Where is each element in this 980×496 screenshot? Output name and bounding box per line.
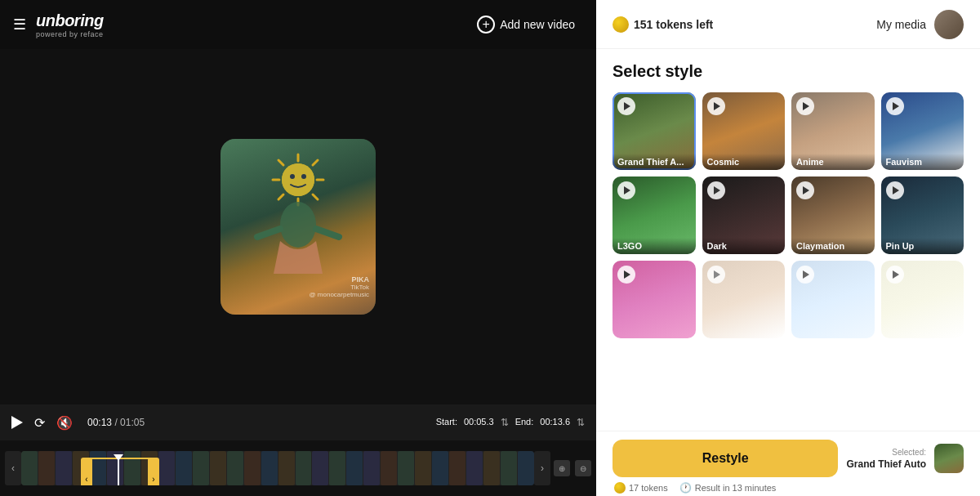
frame-thumb (210, 451, 226, 485)
style-card-row3a[interactable] (612, 261, 696, 338)
trim-handle-left[interactable]: ‹ (81, 458, 92, 485)
style-play-icon (617, 181, 635, 199)
svg-point-12 (280, 202, 316, 248)
style-play-icon (886, 266, 904, 284)
time-current: 00:13 (87, 417, 112, 428)
style-card-row3c[interactable] (791, 261, 875, 338)
style-card-claymation[interactable]: Claymation (791, 177, 875, 254)
style-card-dark[interactable]: Dark (702, 177, 786, 254)
frame-thumb (244, 451, 261, 485)
style-grand-thief-label: Grand Thief A... (612, 154, 696, 170)
style-play-icon (796, 181, 814, 199)
style-play-icon (886, 97, 904, 115)
style-play-icon (886, 181, 904, 199)
frame-thumb (278, 451, 295, 485)
style-card-pinup[interactable]: Pin Up (881, 177, 964, 254)
style-card-row3b[interactable] (702, 261, 786, 338)
watermark: PIKA TikTok @ monocarpetmusic (310, 275, 369, 298)
footer-meta: 17 tokens 🕐 Result in 13 minutes (612, 482, 964, 494)
timeline-tools: ⊕ ⊖ (554, 460, 591, 476)
end-label: End: (515, 417, 534, 428)
start-adjust-button[interactable]: ⇅ (501, 417, 509, 428)
frame-thumb (227, 451, 243, 485)
time-display: 00:13 / 01:05 (87, 417, 145, 428)
time-text: Result in 13 minutes (695, 483, 777, 493)
right-header: 151 tokens left My media (596, 0, 980, 49)
style-fauvism-label: Fauvism (881, 154, 964, 170)
selected-style-thumbnail (934, 444, 964, 473)
style-card-cosmic[interactable]: Cosmic (702, 92, 786, 170)
timeline: ‹ (0, 440, 596, 496)
style-pinup-label: Pin Up (881, 238, 964, 254)
volume-button[interactable]: 🔇 (56, 415, 73, 431)
style-card-row3d[interactable] (881, 261, 964, 338)
time-estimate: 🕐 Result in 13 minutes (679, 482, 777, 494)
menu-button[interactable]: ☰ (13, 16, 26, 34)
time-total: 01:05 (120, 417, 145, 428)
end-adjust-button[interactable]: ⇅ (577, 417, 585, 428)
my-media-section: My media (876, 10, 964, 39)
frame-thumb (158, 451, 175, 485)
right-arrow-icon: › (152, 475, 154, 484)
zoom-in-icon[interactable]: ⊕ (554, 460, 570, 476)
frame-thumb (193, 451, 209, 485)
my-media-button[interactable]: My media (876, 18, 926, 31)
volume-icon: 🔇 (56, 415, 73, 431)
left-panel: ☰ unboring powered by reface + Add new v… (0, 0, 596, 496)
frame-thumb (38, 451, 55, 485)
tokens-display: 151 tokens left (612, 16, 713, 33)
frame-thumb (176, 451, 192, 485)
cost-text: 17 tokens (629, 483, 668, 493)
playhead[interactable] (118, 454, 119, 485)
token-coin-icon (612, 16, 629, 33)
style-selector: Select style Grand Thief A... Cosmic Ani… (596, 49, 980, 431)
style-play-icon (617, 97, 635, 115)
style-card-l3go[interactable]: L3GO (612, 177, 696, 254)
timeline-scroll-right[interactable]: › (534, 451, 550, 485)
style-play-icon (707, 181, 725, 199)
frame-thumb (56, 451, 72, 485)
frame-thumb (329, 451, 345, 485)
frame-thumb (449, 451, 466, 485)
add-icon: + (477, 16, 495, 34)
left-arrow-icon: ‹ (85, 475, 87, 484)
start-value: 00:05.3 (464, 417, 494, 428)
style-l3go-label: L3GO (612, 238, 696, 254)
svg-point-10 (290, 174, 295, 179)
style-grid-row1: Grand Thief A... Cosmic Anime Fauvism (612, 92, 964, 170)
style-card-fauvism[interactable]: Fauvism (881, 92, 964, 170)
restyle-button[interactable]: Restyle (612, 440, 838, 477)
logo: unboring powered by reface (36, 11, 104, 38)
frame-thumb (483, 451, 500, 485)
timeline-track[interactable]: ‹ › (21, 451, 534, 485)
add-video-button[interactable]: + Add new video (469, 11, 583, 38)
style-claymation-label: Claymation (791, 238, 875, 254)
frame-thumb (398, 451, 414, 485)
style-card-grand-thief[interactable]: Grand Thief A... (612, 92, 696, 170)
playhead-top (114, 454, 123, 461)
style-grid-row3 (612, 261, 964, 338)
repeat-button[interactable]: ⟳ (34, 415, 45, 431)
selected-name: Grand Thief Auto (846, 458, 926, 470)
cost-display: 17 tokens (614, 482, 668, 494)
frame-thumb (261, 451, 278, 485)
frame-thumb (21, 451, 38, 485)
trim-range: Start: 00:05.3 ⇅ End: 00:13.6 ⇅ (436, 417, 585, 428)
end-value: 00:13.6 (540, 417, 570, 428)
zoom-out-icon[interactable]: ⊖ (575, 460, 591, 476)
frame-thumb (415, 451, 431, 485)
svg-line-6 (313, 160, 318, 165)
select-style-title: Select style (612, 62, 964, 81)
selected-label: Selected: (892, 448, 926, 457)
avatar-image (934, 10, 964, 39)
style-dark-label: Dark (702, 238, 786, 254)
play-button[interactable] (11, 416, 23, 429)
trim-handle-right[interactable]: › (148, 458, 159, 485)
style-grid-row2: L3GO Dark Claymation Pin Up (612, 177, 964, 254)
style-card-anime[interactable]: Anime (791, 92, 875, 170)
right-panel: 151 tokens left My media Select style Gr… (596, 0, 980, 496)
timeline-scroll-left[interactable]: ‹ (5, 451, 21, 485)
frame-thumb (312, 451, 328, 485)
user-avatar[interactable] (934, 10, 964, 39)
app-header: ☰ unboring powered by reface + Add new v… (0, 0, 596, 49)
